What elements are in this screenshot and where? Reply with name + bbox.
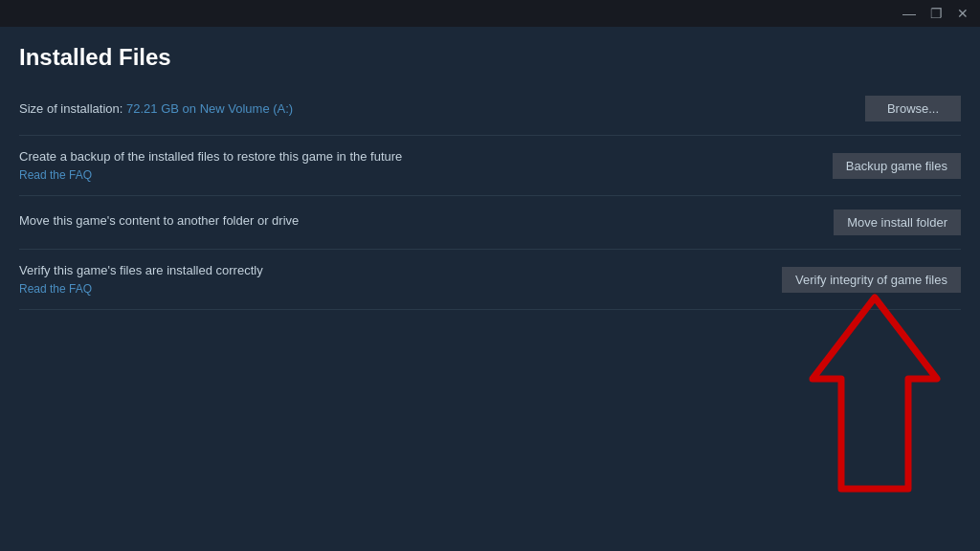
page-title: Installed Files (19, 44, 961, 71)
browse-button[interactable]: Browse... (865, 96, 961, 121)
backup-description: Create a backup of the installed files t… (19, 149, 833, 164)
maximize-button[interactable]: ❐ (923, 3, 949, 24)
install-size-label: Size of installation: 72.21 GB on New Vo… (19, 101, 293, 116)
install-size-row: Size of installation: 72.21 GB on New Vo… (19, 86, 961, 135)
close-button[interactable]: ✕ (949, 3, 976, 24)
move-row: Move this game's content to another fold… (19, 196, 961, 250)
main-content: Installed Files Size of installation: 72… (0, 27, 980, 327)
backup-row: Create a backup of the installed files t… (19, 136, 961, 196)
verify-button[interactable]: Verify integrity of game files (782, 267, 961, 293)
move-button[interactable]: Move install folder (834, 209, 961, 235)
move-description: Move this game's content to another fold… (19, 213, 834, 228)
move-row-left: Move this game's content to another fold… (19, 213, 834, 231)
backup-button[interactable]: Backup game files (833, 153, 961, 179)
title-bar: — ❐ ✕ (0, 0, 980, 27)
verify-faq-link[interactable]: Read the FAQ (19, 282, 92, 296)
minimize-button[interactable]: — (896, 3, 923, 24)
backup-row-left: Create a backup of the installed files t… (19, 149, 833, 182)
verify-description: Verify this game's files are installed c… (19, 263, 782, 277)
backup-faq-link[interactable]: Read the FAQ (19, 168, 92, 182)
verify-row: Verify this game's files are installed c… (19, 250, 961, 310)
install-size-value: 72.21 GB on New Volume (A:) (126, 101, 293, 116)
verify-row-left: Verify this game's files are installed c… (19, 263, 782, 296)
